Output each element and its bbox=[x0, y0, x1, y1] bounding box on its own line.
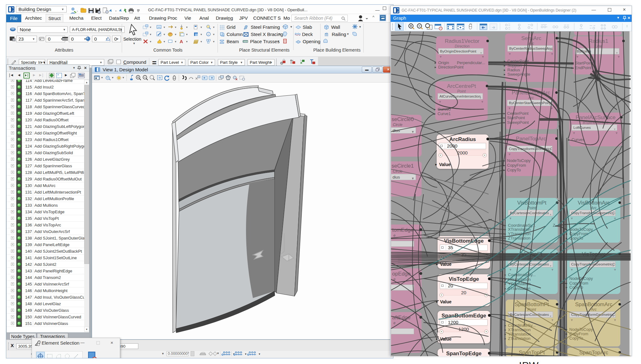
svg-text:A: A bbox=[180, 39, 183, 44]
svg-text:i: i bbox=[208, 33, 209, 36]
svg-text:NEW: NEW bbox=[244, 41, 248, 43]
